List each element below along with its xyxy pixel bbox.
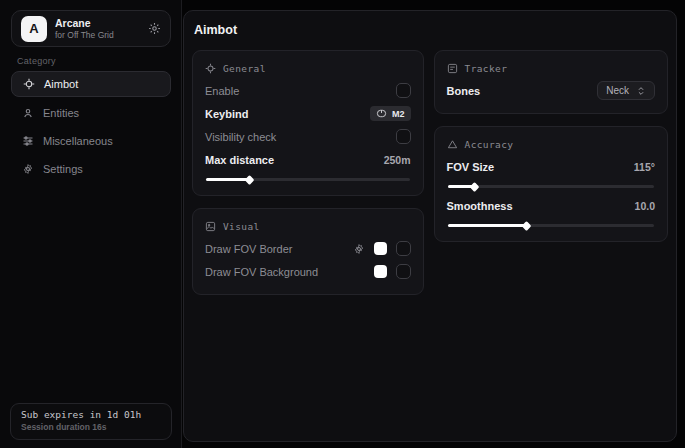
bones-selected-value: Neck: [606, 85, 629, 96]
keybind-label: Keybind: [205, 108, 248, 120]
max-distance-label: Max distance: [205, 154, 274, 166]
keybind-button[interactable]: M2: [370, 106, 411, 121]
entities-icon: [22, 107, 34, 119]
enable-row: Enable: [205, 79, 411, 102]
image-icon: [205, 221, 216, 232]
app-header-card: A Arcane for Off The Grid: [11, 10, 171, 47]
enable-checkbox[interactable]: [396, 83, 411, 98]
slider-thumb[interactable]: [470, 182, 480, 192]
sidebar-item-label: Aimbot: [44, 78, 78, 90]
sidebar-item-label: Miscellaneous: [43, 135, 113, 147]
gear-icon[interactable]: [353, 243, 365, 255]
sidebar-item-settings[interactable]: Settings: [11, 156, 171, 182]
smoothness-label: Smoothness: [447, 200, 513, 212]
gear-icon[interactable]: [148, 22, 161, 35]
triangle-icon: [447, 139, 458, 150]
draw-fov-background-label: Draw FOV Background: [205, 266, 318, 278]
visibility-check-row: Visibility check: [205, 125, 411, 148]
visual-card: Visual Draw FOV Border: [192, 208, 424, 295]
smoothness-row: Smoothness 10.0: [447, 194, 655, 217]
bones-select[interactable]: Neck: [597, 81, 655, 100]
card-title: Tracker: [465, 63, 508, 74]
fov-size-label: FOV Size: [447, 161, 495, 173]
draw-fov-background-row: Draw FOV Background: [205, 260, 411, 283]
general-card: General Enable Keybind: [192, 50, 424, 196]
app-subtitle: for Off The Grid: [55, 30, 114, 41]
max-distance-row: Max distance 250m: [205, 148, 411, 171]
sidebar-item-label: Settings: [43, 163, 83, 175]
crosshair-icon: [23, 78, 35, 90]
sidebar-item-entities[interactable]: Entities: [11, 100, 171, 126]
bones-row: Bones Neck: [447, 79, 655, 102]
draw-fov-border-row: Draw FOV Border: [205, 237, 411, 260]
mouse-icon: [376, 109, 387, 118]
smoothness-value: 10.0: [635, 200, 655, 212]
category-label: Category: [17, 56, 56, 66]
main-panel: Aimbot General Enable: [183, 10, 677, 442]
tracker-card: Tracker Bones Neck: [434, 50, 668, 114]
unfold-icon: [636, 86, 646, 96]
draw-fov-background-checkbox[interactable]: [396, 264, 411, 279]
sub-expires-text: Sub expires in 1d 01h: [21, 409, 161, 420]
crosshair-icon: [205, 63, 216, 74]
max-distance-value: 250m: [384, 154, 411, 166]
fov-background-color-swatch[interactable]: [374, 265, 387, 278]
session-duration-text: Session duration 16s: [21, 422, 161, 432]
gear-icon: [22, 163, 34, 175]
sliders-icon: [22, 135, 34, 147]
list-icon: [447, 63, 458, 74]
slider-thumb[interactable]: [522, 221, 532, 231]
card-title: General: [223, 63, 266, 74]
fov-border-color-swatch[interactable]: [374, 242, 387, 255]
sidebar-item-label: Entities: [43, 107, 79, 119]
sidebar-item-aimbot[interactable]: Aimbot: [11, 71, 171, 97]
app-logo: A: [21, 16, 47, 42]
accuracy-card: Accuracy FOV Size 115° Smoothness 10.0: [434, 126, 668, 242]
bones-label: Bones: [447, 85, 481, 97]
sidebar: A Arcane for Off The Grid Category Aimbo…: [0, 0, 182, 448]
max-distance-slider[interactable]: [206, 178, 410, 181]
keybind-row: Keybind M2: [205, 102, 411, 125]
fov-size-value: 115°: [634, 161, 655, 173]
enable-label: Enable: [205, 85, 239, 97]
draw-fov-border-label: Draw FOV Border: [205, 243, 292, 255]
keybind-value: M2: [392, 109, 405, 119]
page-title: Aimbot: [194, 23, 668, 37]
app-window: A Arcane for Off The Grid Category Aimbo…: [0, 0, 685, 448]
sidebar-item-miscellaneous[interactable]: Miscellaneous: [11, 128, 171, 154]
slider-thumb[interactable]: [244, 175, 254, 185]
card-title: Accuracy: [465, 139, 514, 150]
subscription-info-card: Sub expires in 1d 01h Session duration 1…: [10, 403, 172, 440]
app-name: Arcane: [55, 17, 114, 30]
card-title: Visual: [223, 221, 260, 232]
draw-fov-border-checkbox[interactable]: [396, 241, 411, 256]
fov-size-slider[interactable]: [448, 185, 654, 188]
visibility-check-label: Visibility check: [205, 131, 276, 143]
fov-size-row: FOV Size 115°: [447, 155, 655, 178]
visibility-check-checkbox[interactable]: [396, 129, 411, 144]
smoothness-slider[interactable]: [448, 224, 654, 227]
